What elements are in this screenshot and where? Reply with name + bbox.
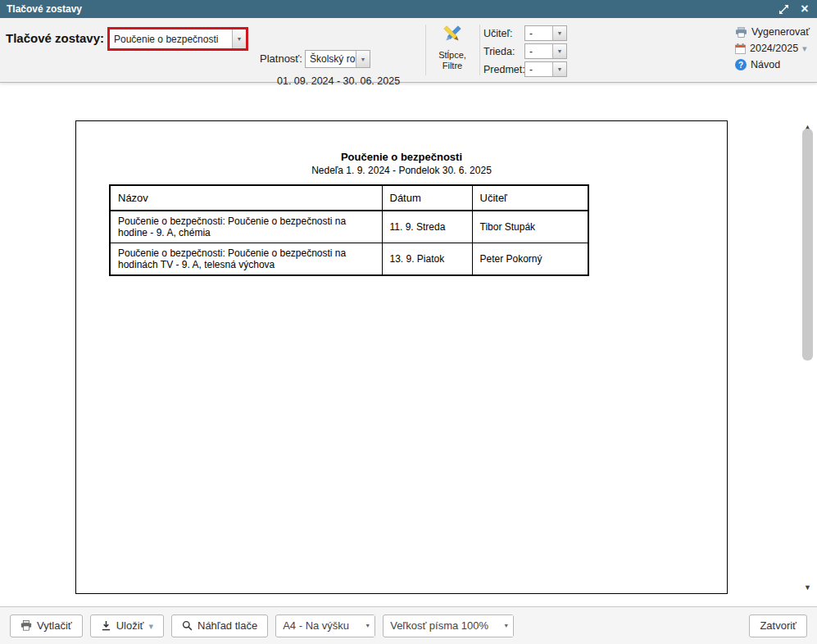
print-reports-dialog: Tlačové zostavy Tlačové zostavy: Poučeni… bbox=[0, 0, 817, 644]
report-page: Poučenie o bezpečnosti Nedeľa 1. 9. 2024… bbox=[75, 120, 728, 594]
chevron-down-icon bbox=[802, 43, 807, 54]
subject-select[interactable]: - bbox=[524, 61, 567, 77]
close-dialog-button[interactable]: Zatvoriť bbox=[749, 615, 807, 637]
toolbar-separator bbox=[479, 25, 480, 75]
validity-select[interactable]: Školský rok bbox=[305, 50, 370, 68]
calendar-icon bbox=[735, 43, 746, 54]
column-header-name: Názov bbox=[110, 185, 382, 211]
class-label: Trieda: bbox=[483, 46, 524, 57]
report-select-highlight: Poučenie o bezpečnosti bbox=[107, 27, 248, 51]
titlebar: Tlačové zostavy bbox=[0, 0, 817, 18]
footer-bar: Vytlačiť Uložiť Náhľad tlače A4 - bbox=[0, 606, 817, 644]
close-label: Zatvoriť bbox=[760, 619, 797, 632]
close-icon[interactable] bbox=[799, 3, 810, 15]
report-title: Poučenie o bezpečnosti bbox=[76, 151, 727, 163]
cell-date: 11. 9. Streda bbox=[382, 211, 472, 243]
column-header-date: Dátum bbox=[382, 185, 472, 211]
columns-filters-label: Stĺpce, Filtre bbox=[428, 50, 477, 71]
printer-icon bbox=[735, 27, 747, 38]
report-type-select[interactable]: Poučenie o bezpečnosti bbox=[110, 29, 246, 48]
school-year-select[interactable]: 2024/2025 bbox=[735, 43, 810, 54]
class-filter-row: Trieda: - bbox=[483, 43, 567, 59]
help-label: Návod bbox=[751, 59, 780, 70]
class-select[interactable]: - bbox=[524, 43, 567, 59]
report-table: Názov Dátum Učiteľ Poučenie o bezpečnost… bbox=[109, 184, 589, 276]
print-button[interactable]: Vytlačiť bbox=[10, 615, 83, 637]
teacher-select[interactable]: - bbox=[524, 25, 567, 41]
titlebar-icons bbox=[778, 3, 810, 15]
download-icon bbox=[101, 620, 111, 631]
save-button[interactable]: Uložiť bbox=[90, 615, 164, 637]
chevron-down-icon bbox=[552, 26, 566, 40]
cell-teacher: Peter Pokorný bbox=[472, 243, 588, 276]
teacher-value: - bbox=[525, 26, 552, 40]
date-range-text: 01. 09. 2024 - 30. 06. 2025 bbox=[277, 75, 400, 87]
magnifier-icon bbox=[182, 620, 193, 631]
save-label: Uložiť bbox=[116, 619, 144, 632]
toolbar-right-actions: Vygenerovať 2024/2025 Návod bbox=[735, 26, 810, 70]
toolbar-separator bbox=[425, 25, 426, 75]
scroll-down-button[interactable] bbox=[801, 581, 815, 594]
subject-value: - bbox=[525, 62, 552, 76]
chevron-down-icon bbox=[552, 44, 566, 58]
validity-label: Platnosť: bbox=[260, 52, 302, 65]
scrollbar-thumb[interactable] bbox=[802, 129, 813, 361]
paper-format-value: A4 - Na výšku bbox=[276, 615, 361, 637]
chevron-down-icon bbox=[499, 615, 513, 637]
generate-label: Vygenerovať bbox=[751, 26, 810, 38]
print-preview-button[interactable]: Náhľad tlače bbox=[171, 615, 268, 637]
cell-date: 13. 9. Piatok bbox=[382, 243, 472, 276]
cell-teacher: Tibor Stupák bbox=[472, 211, 588, 243]
report-subtitle: Nedeľa 1. 9. 2024 - Pondelok 30. 6. 2025 bbox=[76, 165, 727, 176]
toolbar: Tlačové zostavy: Poučenie o bezpečnosti … bbox=[0, 18, 817, 83]
paper-format-select[interactable]: A4 - Na výšku bbox=[275, 615, 375, 637]
columns-filters-button[interactable]: Stĺpce, Filtre bbox=[428, 23, 477, 71]
cell-name: Poučenie o bezpečnosti: Poučenie o bezpe… bbox=[110, 243, 382, 276]
chevron-down-icon bbox=[356, 51, 370, 67]
font-size-select[interactable]: Veľkosť písma 100% bbox=[383, 615, 514, 637]
chevron-down-icon bbox=[361, 615, 374, 637]
report-select-label: Tlačové zostavy: bbox=[6, 31, 104, 45]
font-size-value: Veľkosť písma 100% bbox=[384, 615, 499, 637]
column-header-teacher: Učiteľ bbox=[472, 185, 588, 211]
subject-filter-row: Predmet: - bbox=[483, 61, 567, 77]
report-type-value: Poučenie o bezpečnosti bbox=[110, 29, 232, 48]
chevron-down-icon bbox=[232, 29, 246, 48]
filter-fields: Učiteľ: - Trieda: - Predmet: - bbox=[483, 25, 567, 77]
table-row: Poučenie o bezpečnosti: Poučenie o bezpe… bbox=[110, 243, 588, 276]
printer-icon bbox=[20, 620, 32, 631]
generate-button[interactable]: Vygenerovať bbox=[735, 26, 810, 38]
cell-name: Poučenie o bezpečnosti: Poučenie o bezpe… bbox=[110, 211, 382, 243]
teacher-filter-row: Učiteľ: - bbox=[483, 25, 567, 41]
class-value: - bbox=[525, 44, 552, 58]
subject-label: Predmet: bbox=[483, 64, 524, 75]
dialog-title: Tlačové zostavy bbox=[7, 3, 82, 15]
chevron-down-icon bbox=[552, 62, 566, 76]
print-label: Vytlačiť bbox=[37, 619, 72, 632]
school-year-value: 2024/2025 bbox=[750, 43, 798, 54]
table-row: Poučenie o bezpečnosti: Poučenie o bezpe… bbox=[110, 211, 588, 243]
caret-down-icon bbox=[148, 619, 153, 632]
teacher-label: Učiteľ: bbox=[483, 28, 524, 39]
help-icon bbox=[735, 59, 747, 70]
table-header-row: Názov Dátum Učiteľ bbox=[110, 185, 588, 211]
help-button[interactable]: Návod bbox=[735, 59, 810, 70]
preview-label: Náhľad tlače bbox=[197, 619, 257, 632]
maximize-icon[interactable] bbox=[778, 3, 789, 15]
edit-columns-icon bbox=[440, 23, 465, 46]
validity-value: Školský rok bbox=[306, 51, 356, 67]
scrollbar[interactable] bbox=[801, 120, 815, 594]
preview-area: Poučenie o bezpečnosti Nedeľa 1. 9. 2024… bbox=[0, 84, 817, 606]
